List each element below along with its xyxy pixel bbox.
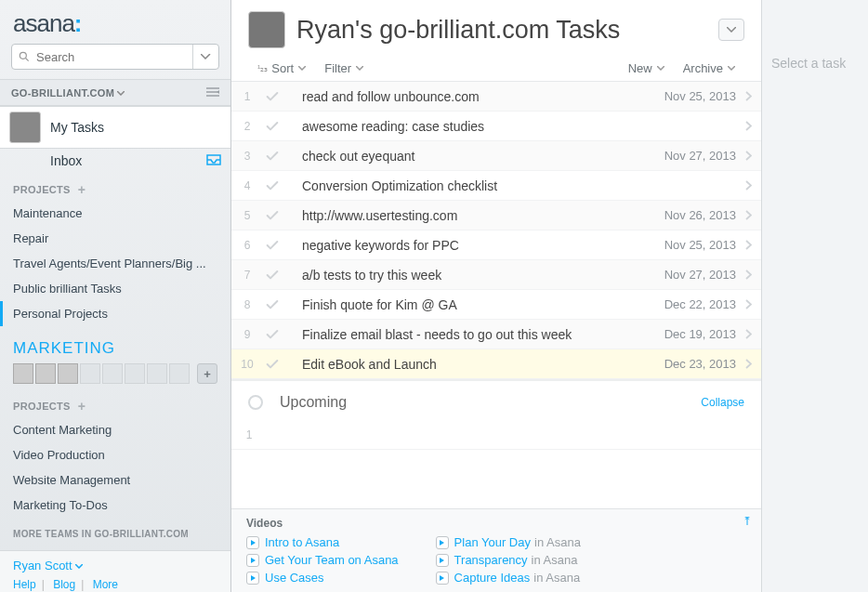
member-avatar[interactable] [13,363,33,384]
task-title: Conversion Optimization checklist [285,178,651,193]
video-link[interactable]: Capture Ideasin Asana [436,571,581,585]
task-title: Finish quote for Kim @ GA [285,297,651,312]
sidebar-project[interactable]: Website Management [0,467,230,493]
complete-check-icon[interactable] [259,357,285,372]
complete-check-icon[interactable] [259,119,285,134]
add-member-button[interactable]: + [197,363,217,384]
play-icon [436,554,449,567]
team-members: + [0,363,230,389]
videos-header: Videos [246,517,746,530]
task-row[interactable]: 4Conversion Optimization checklist [231,171,761,201]
user-avatar [9,112,41,143]
complete-check-icon[interactable] [259,149,285,164]
task-row[interactable]: 3check out eyequantNov 27, 2013 [231,141,761,171]
sidebar-project[interactable]: Repair [0,226,230,251]
toolbar: ¹₂₃Sort Filter New Archive [231,56,761,82]
video-link[interactable]: Intro to Asana [246,535,399,549]
member-slot [169,363,190,384]
video-link[interactable]: Use Cases [246,571,399,585]
sidebar-project[interactable]: Content Marketing [0,417,230,442]
complete-check-icon[interactable] [259,297,285,312]
task-row[interactable]: 5http://www.usertesting.comNov 26, 2013 [231,201,761,230]
task-number: 1 [235,90,259,103]
search-input[interactable] [36,50,192,64]
new-button[interactable]: New [628,61,664,75]
add-project-icon[interactable]: + [78,182,85,197]
detail-pane: Select a task [761,0,868,592]
more-link[interactable]: More [93,578,118,591]
projects-header: PROJECTS+ [0,173,230,201]
sidebar-project[interactable]: Marketing To-Dos [0,493,230,518]
chevron-right-icon [745,180,752,191]
section-title: Upcoming [280,394,701,411]
collapse-link[interactable]: Collapse [701,396,744,409]
task-row[interactable]: 6negative keywords for PPCNov 25, 2013 [231,230,761,260]
play-icon [246,554,259,567]
main-panel: Ryan's go-brilliant.com Tasks ¹₂₃Sort Fi… [231,0,761,592]
add-project-icon[interactable]: + [78,399,85,414]
play-icon [246,572,259,585]
complete-check-icon[interactable] [259,178,285,193]
task-date: Nov 27, 2013 [651,268,736,282]
sidebar-project[interactable]: Maintenance [0,201,230,226]
header-menu-button[interactable] [718,19,744,41]
complete-check-icon[interactable] [259,238,285,253]
task-title: read and follow unbounce.com [285,89,651,104]
task-row[interactable]: 9Finalize email blast - needs to go out … [231,320,761,349]
sidebar-project[interactable]: Travel Agents/Event Planners/Big ... [0,251,230,276]
svg-point-0 [20,52,26,59]
help-link[interactable]: Help [13,578,36,591]
task-row[interactable]: 8Finish quote for Kim @ GADec 22, 2013 [231,290,761,320]
archive-button[interactable]: Archive [683,61,735,75]
complete-check-icon[interactable] [259,208,285,223]
task-title: check out eyequant [285,149,651,164]
member-avatar[interactable] [58,363,78,384]
task-number: 7 [235,269,259,282]
chevron-right-icon [745,121,752,131]
task-list: 1read and follow unbounce.comNov 25, 201… [231,82,761,379]
more-teams-link[interactable]: MORE TEAMS IN GO-BRILLIANT.COM [0,518,230,550]
complete-check-icon[interactable] [259,89,285,104]
task-row[interactable]: 7a/b tests to try this weekNov 27, 2013 [231,260,761,290]
task-row-empty[interactable]: 1 [231,420,761,450]
nav-my-tasks[interactable]: My Tasks [0,106,230,149]
complete-check-icon[interactable] [259,268,285,283]
task-number: 10 [235,358,259,371]
sidebar-project[interactable]: Public brilliant Tasks [0,276,230,301]
task-row[interactable]: 1read and follow unbounce.comNov 25, 201… [231,82,761,112]
videos-collapse-icon[interactable]: ⤒ [743,515,752,528]
sort-button[interactable]: ¹₂₃Sort [257,61,306,75]
video-link[interactable]: Transparencyin Asana [436,553,581,567]
sidebar-project[interactable]: Video Production [0,442,230,467]
task-date: Dec 19, 2013 [651,327,736,341]
blog-link[interactable]: Blog [53,578,75,591]
video-link[interactable]: Get Your Team on Asana [246,553,399,567]
play-icon [436,572,449,585]
nav-inbox[interactable]: Inbox [0,149,230,173]
member-avatar[interactable] [35,363,56,384]
search-box[interactable] [11,44,219,70]
task-row[interactable]: 2awesome reading: case studies [231,112,761,141]
task-row[interactable]: 10Edit eBook and LaunchDec 23, 2013 [231,349,761,379]
search-dropdown[interactable] [192,45,214,69]
complete-check-icon[interactable] [259,327,285,342]
task-date: Dec 23, 2013 [651,357,736,371]
task-title: Finalize email blast - needs to go out t… [285,327,651,342]
team-header[interactable]: MARKETING [0,326,230,363]
video-link[interactable]: Plan Your Dayin Asana [436,535,581,549]
filter-button[interactable]: Filter [324,61,363,75]
task-date: Nov 25, 2013 [651,89,736,103]
user-menu[interactable]: Ryan Scott [13,559,217,572]
member-slot [102,363,123,384]
logo[interactable]: asana: [0,0,230,44]
header-avatar [248,11,285,48]
workspace-switcher[interactable]: GO-BRILLIANT.COM [0,79,230,106]
collapse-sidebar-icon[interactable] [206,86,219,99]
task-number: 4 [235,179,259,192]
detail-placeholder: Select a task [771,56,859,71]
chevron-right-icon [745,151,752,161]
chevron-right-icon [745,299,752,309]
section-upcoming[interactable]: Upcoming Collapse [231,379,761,420]
member-slot [80,363,100,384]
sidebar-project[interactable]: Personal Projects [0,301,230,326]
